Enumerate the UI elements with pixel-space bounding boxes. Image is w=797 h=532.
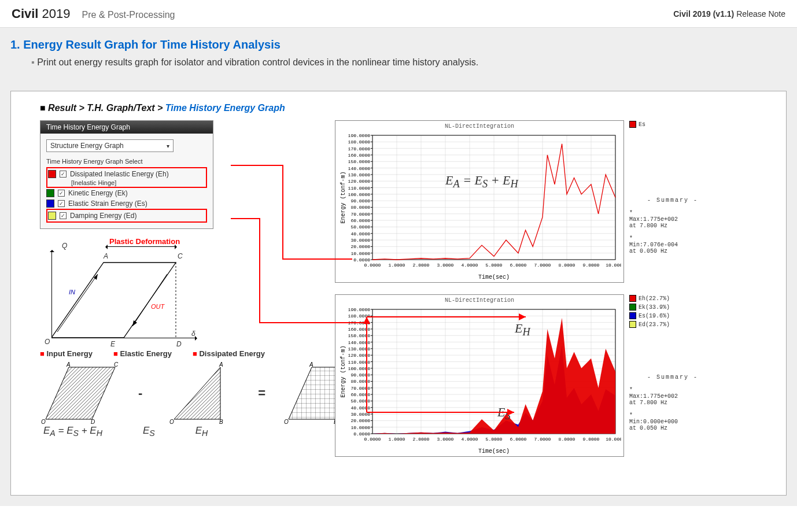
svg-marker-6 bbox=[46, 367, 115, 419]
svg-text:70.0000: 70.0000 bbox=[350, 212, 370, 217]
svg-line-2 bbox=[57, 274, 98, 332]
series-row[interactable]: ✓ Damping Energy (Ed) bbox=[48, 210, 205, 221]
svg-text:110.0000: 110.0000 bbox=[348, 186, 371, 191]
svg-text:120.0000: 120.0000 bbox=[348, 353, 371, 358]
svg-text:80.0000: 80.0000 bbox=[350, 205, 370, 210]
svg-text:30.0000: 30.0000 bbox=[350, 238, 370, 243]
svg-text:180.0000: 180.0000 bbox=[348, 139, 371, 145]
svg-text:10.0000: 10.0000 bbox=[350, 425, 370, 430]
label-OUT: OUT bbox=[151, 303, 164, 310]
chart-top: NL-DirectIntegration 0.000010.000020.000… bbox=[335, 120, 624, 283]
series-row[interactable]: ✓ Dissipated Inelastic Energy (Eh) bbox=[48, 169, 205, 179]
svg-text:140.0000: 140.0000 bbox=[348, 166, 371, 171]
checkbox-icon[interactable]: ✓ bbox=[58, 200, 65, 207]
svg-text:190.0000: 190.0000 bbox=[348, 307, 371, 312]
svg-text:1.0000: 1.0000 bbox=[389, 263, 405, 268]
energy-equations: EA = ES + EH ES EH bbox=[43, 425, 329, 438]
svg-text:A: A bbox=[219, 361, 223, 368]
svg-text:150.0000: 150.0000 bbox=[348, 333, 371, 338]
svg-text:60.0000: 60.0000 bbox=[350, 392, 370, 397]
series-label: Damping Energy (Ed) bbox=[70, 212, 136, 220]
checkbox-icon[interactable]: ✓ bbox=[60, 171, 67, 178]
svg-text:0.0000: 0.0000 bbox=[353, 257, 370, 263]
svg-text:70.0000: 70.0000 bbox=[350, 386, 370, 391]
label-IN: IN bbox=[69, 289, 75, 295]
svg-text:Energy (tonf·m): Energy (tonf·m) bbox=[340, 171, 346, 223]
legend-top: Es - Summary -* Max:1.775e+002 at 7.800 … bbox=[629, 121, 716, 254]
svg-text:7.0000: 7.0000 bbox=[534, 437, 551, 442]
svg-marker-11 bbox=[174, 367, 220, 419]
svg-text:20.0000: 20.0000 bbox=[350, 418, 370, 423]
svg-text:40.0000: 40.0000 bbox=[350, 405, 370, 411]
svg-marker-5 bbox=[132, 320, 137, 326]
svg-text:2.0000: 2.0000 bbox=[413, 263, 430, 268]
svg-text:O: O bbox=[169, 419, 174, 425]
svg-text:5.0000: 5.0000 bbox=[486, 437, 503, 442]
svg-text:0.0000: 0.0000 bbox=[364, 263, 381, 268]
svg-text:180.0000: 180.0000 bbox=[348, 313, 371, 319]
label-D: D bbox=[176, 340, 182, 348]
plastic-deformation-label: Plastic Deformation bbox=[109, 237, 180, 246]
svg-marker-0 bbox=[51, 263, 176, 338]
header-subtitle: Pre & Post-Processing bbox=[82, 10, 175, 20]
series-group-label: Time History Energy Graph Select bbox=[46, 158, 207, 165]
label-delta: δ bbox=[191, 330, 195, 338]
label-A: A bbox=[104, 252, 108, 260]
svg-text:2.0000: 2.0000 bbox=[413, 437, 430, 442]
svg-text:160.0000: 160.0000 bbox=[348, 327, 371, 332]
hysteresis-diagram: Plastic Deformation Q A C IN bbox=[40, 239, 202, 349]
svg-text:90.0000: 90.0000 bbox=[350, 198, 370, 204]
series-sublabel: [Inelastic Hinge] bbox=[71, 179, 205, 186]
svg-text:90.0000: 90.0000 bbox=[350, 372, 370, 378]
svg-text:130.0000: 130.0000 bbox=[348, 346, 371, 352]
svg-text:20.0000: 20.0000 bbox=[350, 244, 370, 249]
energy-headings: Input Energy Elastic Energy Dissipated E… bbox=[40, 349, 329, 358]
svg-text:100.0000: 100.0000 bbox=[348, 192, 371, 197]
svg-text:150.0000: 150.0000 bbox=[348, 159, 371, 164]
svg-text:160.0000: 160.0000 bbox=[348, 153, 371, 158]
label-C: C bbox=[178, 252, 183, 260]
svg-text:9.0000: 9.0000 bbox=[583, 437, 600, 442]
svg-text:140.0000: 140.0000 bbox=[348, 340, 371, 345]
series-row[interactable]: ✓ Elastic Strain Energy (Es) bbox=[46, 198, 207, 209]
svg-text:170.0000: 170.0000 bbox=[348, 320, 371, 326]
legend-item: Eh(22.7%) bbox=[629, 295, 716, 302]
label-O: O bbox=[45, 338, 50, 346]
svg-text:30.0000: 30.0000 bbox=[350, 412, 370, 417]
svg-text:10.0000: 10.0000 bbox=[606, 437, 621, 442]
energy-shapes-row: AC OD - A OB = bbox=[40, 361, 329, 425]
energy-graph-dialog: Time History Energy Graph Structure Ener… bbox=[40, 120, 213, 229]
svg-text:40.0000: 40.0000 bbox=[350, 231, 370, 237]
svg-text:8.0000: 8.0000 bbox=[559, 263, 575, 268]
svg-text:Time(sec): Time(sec) bbox=[478, 274, 510, 280]
top-bar: Civil 2019 Pre & Post-Processing Civil 2… bbox=[0, 0, 797, 28]
legend-bottom: Eh(22.7%)Ek(33.9%)Es(19.6%)Ed(23.7%) - S… bbox=[629, 295, 716, 431]
checkbox-icon[interactable]: ✓ bbox=[58, 190, 65, 197]
svg-text:O: O bbox=[41, 419, 46, 425]
brand: Civil 2019 bbox=[12, 6, 71, 21]
svg-text:50.0000: 50.0000 bbox=[350, 224, 370, 230]
dialog-tab[interactable]: Time History Energy Graph bbox=[40, 121, 213, 134]
series-label: Kinetic Energy (Ek) bbox=[68, 189, 128, 197]
series-row[interactable]: ✓ Kinetic Energy (Ek) bbox=[46, 188, 207, 198]
section-title: 1. Energy Result Graph for Time History … bbox=[10, 38, 787, 51]
svg-text:6.0000: 6.0000 bbox=[510, 437, 527, 442]
svg-text:O: O bbox=[284, 419, 289, 425]
svg-text:50.0000: 50.0000 bbox=[350, 398, 370, 404]
label-ES: ES bbox=[497, 405, 511, 422]
svg-text:0.0000: 0.0000 bbox=[364, 437, 381, 442]
svg-text:1.0000: 1.0000 bbox=[389, 437, 405, 442]
chart-title-top: NL-DirectIntegration bbox=[338, 123, 621, 130]
svg-text:5.0000: 5.0000 bbox=[486, 263, 503, 268]
svg-text:6.0000: 6.0000 bbox=[510, 263, 527, 268]
svg-text:C: C bbox=[114, 361, 119, 368]
graph-type-dropdown[interactable]: Structure Energy Graph bbox=[46, 139, 174, 152]
breadcrumb: Result > T.H. Graph/Text > Time History … bbox=[40, 103, 769, 113]
release-note-label: Civil 2019 (v1.1) Release Note bbox=[673, 9, 785, 19]
svg-text:Time(sec): Time(sec) bbox=[478, 448, 510, 454]
checkbox-icon[interactable]: ✓ bbox=[60, 212, 67, 219]
svg-text:3.0000: 3.0000 bbox=[437, 263, 454, 268]
svg-text:60.0000: 60.0000 bbox=[350, 218, 370, 223]
svg-text:80.0000: 80.0000 bbox=[350, 379, 370, 384]
formula-EA: EA = ES + EH bbox=[445, 173, 518, 190]
